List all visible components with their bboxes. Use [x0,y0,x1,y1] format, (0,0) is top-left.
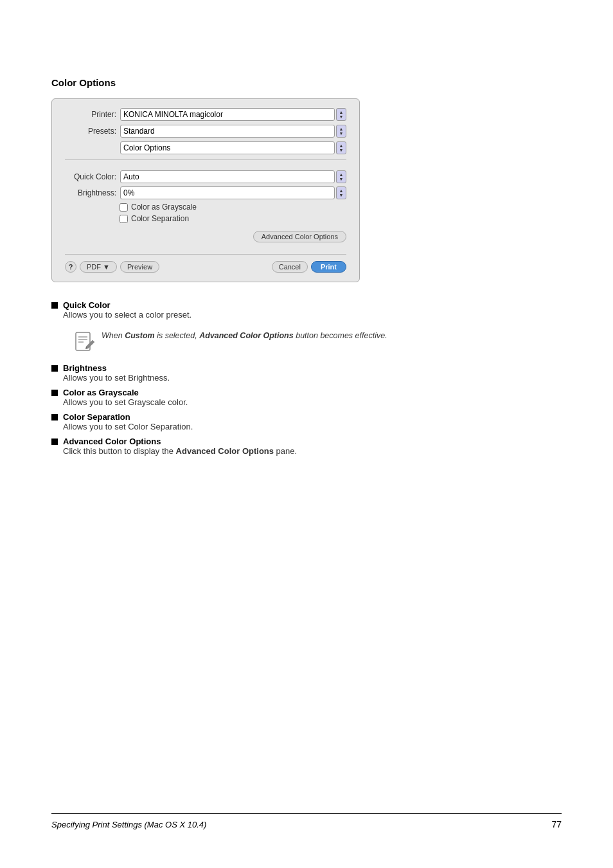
bullet-icon-3 [51,390,58,396]
printer-row: Printer: KONICA MINOLTA magicolor ▲ ▼ [65,108,346,121]
bullet-icon-5 [51,439,58,445]
presets-select[interactable]: Standard [120,125,335,138]
color-separation-row: Color Separation [120,214,346,223]
advanced-color-options-button[interactable]: Advanced Color Options [253,231,346,242]
panel-select-wrapper: Color Options ▲ ▼ [120,141,346,154]
bullet-icon-4 [51,414,58,420]
list-title-separation: Color Separation [63,412,193,422]
list-text-advanced: Advanced Color Options Click this button… [63,437,297,456]
color-separation-checkbox[interactable] [120,215,128,223]
adv-desc-prefix: Click this button to display the [63,446,176,456]
printer-select[interactable]: KONICA MINOLTA magicolor [120,108,335,121]
quick-color-spinner[interactable]: ▲ ▼ [336,170,346,183]
list-text-brightness: Brightness Allows you to set Brightness. [63,363,170,383]
adv-desc-suffix: pane. [274,446,297,456]
note-text-mid: is selected, [155,331,199,340]
list-title-quick-color: Quick Color [63,300,191,310]
brightness-spinner[interactable]: ▲ ▼ [336,186,346,199]
preview-button[interactable]: Preview [120,261,159,273]
list-desc-advanced: Click this button to display the Advance… [63,446,297,456]
presets-spinner[interactable]: ▲ ▼ [336,125,346,138]
bullet-icon-1 [51,302,58,309]
list-text-separation: Color Separation Allows you to set Color… [63,412,193,431]
note-text-suffix: button becomes effective. [294,331,387,340]
body-list: Quick Color Allows you to select a color… [51,300,562,456]
list-title-grayscale: Color as Grayscale [63,388,188,397]
list-title-brightness: Brightness [63,363,170,373]
panel-spinner[interactable]: ▲ ▼ [336,141,346,154]
quick-color-label: Quick Color: [65,172,116,181]
footer-page: 77 [551,819,562,829]
note-icon [75,331,96,353]
list-item-quick-color: Quick Color Allows you to select a color… [51,300,562,320]
quick-color-select-wrapper: Auto ▲ ▼ [120,170,346,183]
list-text-quick-color: Quick Color Allows you to select a color… [63,300,191,320]
printer-spinner[interactable]: ▲ ▼ [336,108,346,121]
page-footer: Specifying Print Settings (Mac OS X 10.4… [51,813,562,829]
note-text: When Custom is selected, Advanced Color … [102,330,387,342]
dialog-bottom: ? PDF ▼ Preview Cancel Print [65,254,346,273]
note-bold1: Custom [125,331,155,340]
adv-desc-bold: Advanced Color Options [176,446,274,456]
note-box: When Custom is selected, Advanced Color … [75,330,387,353]
list-desc-quick-color: Allows you to select a color preset. [63,310,191,320]
brightness-label: Brightness: [65,188,116,197]
help-button[interactable]: ? [65,261,76,273]
adv-btn-row: Advanced Color Options [65,231,346,242]
printer-select-wrapper: KONICA MINOLTA magicolor ▲ ▼ [120,108,346,121]
list-text-grayscale: Color as Grayscale Allows you to set Gra… [63,388,188,407]
cancel-button[interactable]: Cancel [272,261,308,273]
bottom-left-controls: ? PDF ▼ Preview [65,261,159,273]
quick-color-row: Quick Color: Auto ▲ ▼ [65,170,346,183]
color-separation-label: Color Separation [131,214,189,223]
list-desc-brightness: Allows you to set Brightness. [63,373,170,383]
color-grayscale-label: Color as Grayscale [131,203,197,212]
panel-row: Color Options ▲ ▼ [65,141,346,154]
brightness-row: Brightness: 0% ▲ ▼ [65,186,346,199]
panel-select[interactable]: Color Options [120,141,335,154]
bottom-right-controls: Cancel Print [272,261,346,273]
divider-1 [65,159,346,160]
pdf-button[interactable]: PDF ▼ [80,261,117,273]
footer-text: Specifying Print Settings (Mac OS X 10.4… [51,820,206,829]
list-title-advanced: Advanced Color Options [63,437,297,446]
list-desc-separation: Allows you to set Color Separation. [63,422,193,431]
list-desc-grayscale: Allows you to set Grayscale color. [63,397,188,407]
section-title: Color Options [51,77,562,88]
dialog-inner: Quick Color: Auto ▲ ▼ Brightness: 0% [65,165,346,248]
quick-color-select[interactable]: Auto [120,170,335,183]
color-grayscale-row: Color as Grayscale [120,203,346,212]
brightness-select[interactable]: 0% [120,186,335,199]
brightness-select-wrapper: 0% ▲ ▼ [120,186,346,199]
print-dialog: Printer: KONICA MINOLTA magicolor ▲ ▼ Pr… [51,98,360,282]
bullet-icon-2 [51,365,58,372]
presets-row: Presets: Standard ▲ ▼ [65,125,346,138]
print-button[interactable]: Print [311,261,346,273]
note-text-prefix: When [102,331,125,340]
list-item-advanced: Advanced Color Options Click this button… [51,437,562,456]
list-item-brightness: Brightness Allows you to set Brightness. [51,363,562,383]
printer-label: Printer: [65,110,116,119]
list-item-separation: Color Separation Allows you to set Color… [51,412,562,431]
color-grayscale-checkbox[interactable] [120,203,128,212]
presets-select-wrapper: Standard ▲ ▼ [120,125,346,138]
note-bold2: Advanced Color Options [199,331,294,340]
list-item-grayscale: Color as Grayscale Allows you to set Gra… [51,388,562,407]
presets-label: Presets: [65,127,116,136]
note-item: When Custom is selected, Advanced Color … [63,325,562,358]
